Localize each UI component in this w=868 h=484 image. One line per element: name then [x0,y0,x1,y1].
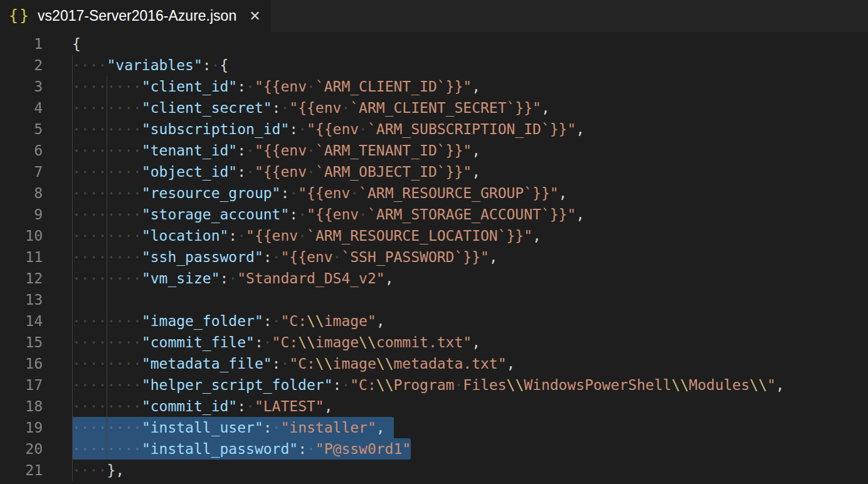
code-line[interactable]: 20········"install_password":·"P@ssw0rd1… [0,438,868,460]
code-line[interactable]: 9········"storage_account":·"{{env·`ARM_… [0,204,868,225]
code-token: : [237,142,246,159]
code-token: , [376,419,385,436]
code-text: ····"variables":·{ [72,55,228,76]
whitespace-dot: · [133,185,142,201]
whitespace-dot: · [133,164,142,180]
indent-guide [72,438,73,460]
whitespace-dot: · [107,398,115,414]
code-token: `ARM_SUBSCRIPTION_ID`}}" [368,121,576,137]
line-number[interactable]: 6 [0,140,43,161]
tab-vs2017-server2016-azure-json[interactable]: {} vs2017-Server2016-Azure.json ✕ [0,0,271,32]
line-number[interactable]: 13 [0,289,43,310]
whitespace-dot: · [81,228,90,244]
line-number[interactable]: 1 [0,33,43,55]
whitespace-dot: · [90,398,98,414]
whitespace-dot: · [289,185,298,201]
code-token: "location" [142,228,228,244]
editor-lines: 1{2····"variables":·{3········"client_id… [0,33,868,481]
code-text: ········"helper_script_folder":·"C:\\Pro… [72,374,785,396]
line-number[interactable]: 15 [0,332,43,353]
code-line[interactable]: 7········"object_id":·"{{env·`ARM_OBJECT… [0,161,868,182]
whitespace-dot: · [124,313,133,329]
line-number[interactable]: 5 [0,118,43,140]
code-text: { [72,33,81,55]
code-token: , [472,78,480,95]
whitespace-dot: · [72,100,81,116]
whitespace-dot: · [307,78,315,95]
whitespace-dot: · [333,249,342,265]
code-line[interactable]: 19········"install_user":·"installer", [0,417,868,438]
whitespace-dot: · [280,355,289,372]
line-number[interactable]: 8 [0,182,43,204]
whitespace-dot: · [107,185,115,201]
line-number[interactable]: 7 [0,161,43,182]
whitespace-dot: · [133,334,142,350]
code-line[interactable]: 21····}, [0,460,868,481]
code-token: : [298,441,307,457]
indent-guide [107,417,107,438]
whitespace-dot: · [72,334,81,350]
line-number[interactable]: 16 [0,353,43,374]
whitespace-dot: · [98,377,107,393]
whitespace-dot: · [107,419,115,436]
whitespace-dot: · [107,355,115,372]
line-number[interactable]: 3 [0,76,43,97]
whitespace-dot: · [90,355,98,372]
code-editor[interactable]: 1{2····"variables":·{3········"client_id… [0,32,868,481]
whitespace-dot: · [272,419,281,436]
code-line[interactable]: 14········"image_folder":·"C:\\image", [0,310,868,332]
whitespace-dot: · [107,164,115,180]
code-line[interactable]: 3········"client_id":·"{{env·`ARM_CLIENT… [0,76,868,97]
indent-guide [72,55,73,76]
whitespace-dot: · [90,57,98,73]
whitespace-dot: · [115,121,124,137]
code-line[interactable]: 6········"tenant_id":·"{{env·`ARM_TENANT… [0,140,868,161]
code-line[interactable]: 11········"ssh_password":·"{{env·`SSH_PA… [0,246,868,268]
whitespace-dot: · [98,228,107,244]
line-number[interactable]: 10 [0,225,43,246]
whitespace-dot: · [307,441,315,457]
whitespace-dot: · [272,249,281,265]
code-line[interactable]: 16········"metadata_file":·"C:\\image\\m… [0,353,868,374]
code-token: "client_id" [142,78,237,95]
whitespace-dot: · [124,78,133,95]
whitespace-dot: · [107,142,115,159]
line-number[interactable]: 11 [0,246,43,268]
whitespace-dot: · [124,441,133,457]
close-tab-icon[interactable]: ✕ [249,9,260,23]
line-number[interactable]: 19 [0,417,43,438]
line-number[interactable]: 2 [0,55,43,76]
code-line[interactable]: 8········"resource_group":·"{{env·`ARM_R… [0,182,868,204]
line-number[interactable]: 14 [0,310,43,332]
code-line[interactable]: 1{ [0,33,868,55]
code-token: "subscription_id" [142,121,289,137]
line-number[interactable]: 18 [0,396,43,417]
code-line[interactable]: 17········"helper_script_folder":·"C:\\P… [0,374,868,396]
line-number[interactable]: 9 [0,204,43,225]
whitespace-dot: · [124,398,133,414]
code-token: "helper_script_folder" [142,377,333,393]
code-line[interactable]: 18········"commit_id":·"LATEST", [0,396,868,417]
code-token: "{{env [307,206,359,223]
code-line[interactable]: 2····"variables":·{ [0,55,868,76]
whitespace-dot: · [359,206,368,223]
code-line[interactable]: 12········"vm_size":·"Standard_DS4_v2", [0,268,868,289]
whitespace-dot: · [98,462,107,478]
code-line[interactable]: 10········"location":·"{{env·`ARM_RESOUR… [0,225,868,246]
code-token: "{{env [307,121,359,137]
line-number[interactable]: 20 [0,438,43,460]
line-number[interactable]: 21 [0,460,43,481]
whitespace-dot: · [72,121,81,137]
code-line[interactable]: 15········"commit_file":·"C:\\image\\com… [0,332,868,353]
whitespace-dot: · [90,100,98,116]
line-number[interactable]: 12 [0,268,43,289]
code-token: : [237,78,246,95]
whitespace-dot: · [81,185,90,201]
code-line[interactable]: 5········"subscription_id":·"{{env·`ARM_… [0,118,868,140]
code-text: ········"storage_account":·"{{env·`ARM_S… [72,204,585,225]
code-line[interactable]: 4········"client_secret":·"{{env·`ARM_CL… [0,97,868,118]
code-line[interactable]: 13 [0,289,868,310]
line-number[interactable]: 17 [0,374,43,396]
line-number[interactable]: 4 [0,97,43,118]
code-token: { [72,36,81,52]
